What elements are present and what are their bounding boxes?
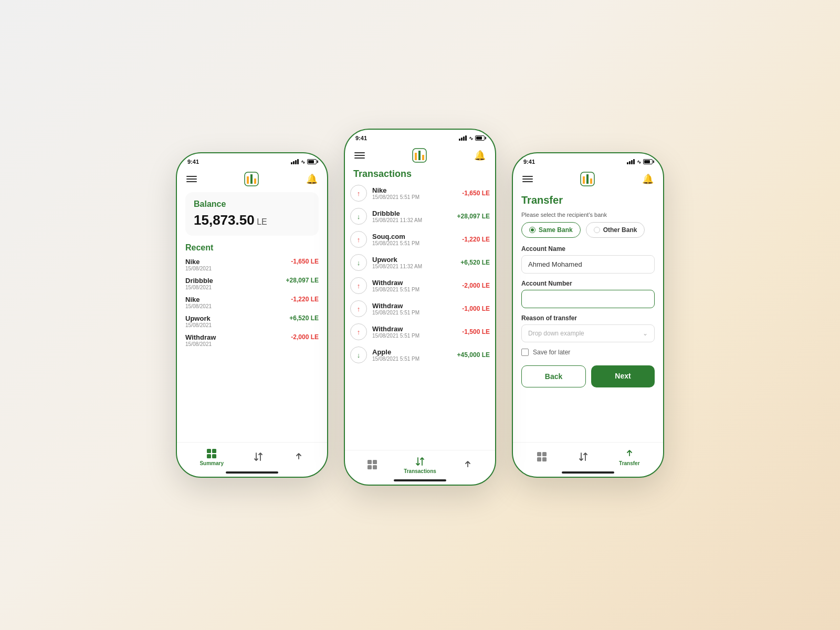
svg-rect-19 [590, 178, 592, 184]
phone-transactions: 9:41 ∿ [344, 129, 496, 486]
svg-rect-12 [368, 460, 372, 464]
trans-name: Nike [185, 258, 212, 266]
bell-icon-1[interactable]: 🔔 [306, 173, 318, 185]
battery-icon-2 [475, 135, 485, 141]
svg-rect-22 [537, 457, 541, 461]
transfer-icon [253, 451, 264, 463]
svg-rect-17 [583, 176, 585, 184]
svg-rect-13 [373, 460, 377, 464]
nav-summary[interactable]: Summary [200, 448, 224, 466]
dropdown-placeholder: Drop down example [528, 330, 584, 337]
back-button[interactable]: Back [521, 365, 586, 387]
incoming-icon-2: ↓ [350, 254, 367, 271]
trans-item-4: ↓ Upwork 15/08/2021 11:32 AM +6,520 LE [350, 254, 490, 271]
upload-icon-active [624, 448, 635, 459]
transactions-body: ↑ Nike 15/08/2021 5:51 PM -1,650 LE ↓ Dr… [345, 185, 495, 450]
home-indicator-3 [562, 471, 614, 474]
outgoing-icon-1: ↑ [350, 185, 367, 202]
trans-item-7: ↑ Withdraw 15/08/2021 5:51 PM -1,500 LE [350, 323, 490, 340]
nav-transactions-3[interactable] [578, 451, 589, 464]
hamburger-icon[interactable] [186, 176, 197, 182]
transaction-item-4: Upwork15/08/2021 +6,520 LE [185, 314, 319, 328]
account-number-label: Account Number [521, 280, 655, 287]
svg-rect-3 [254, 178, 256, 184]
nav-transactions-1[interactable] [253, 451, 264, 464]
recent-label: Recent [185, 243, 319, 253]
svg-rect-6 [207, 454, 211, 458]
incoming-icon-1: ↓ [350, 208, 367, 225]
outgoing-icon-5: ↑ [350, 323, 367, 340]
signal-icon-2 [459, 135, 467, 141]
recent-transactions: Nike15/08/2021 -1,650 LE Dribbble15/08/2… [185, 258, 319, 347]
save-row: Save for later [521, 349, 655, 356]
balance-amount-row: 15,873.50 LE [194, 212, 310, 228]
hamburger-icon-2[interactable] [354, 152, 365, 159]
svg-rect-5 [212, 449, 216, 453]
bell-icon-3[interactable]: 🔔 [642, 173, 654, 185]
trans-item-2: ↓ Dribbble 15/08/2021 11:32 AM +28,097 L… [350, 208, 490, 225]
svg-rect-1 [247, 176, 249, 184]
nav-transfer-2[interactable] [462, 459, 474, 471]
grid-icon-3 [536, 451, 548, 463]
upload-icon-2 [462, 459, 474, 470]
nav-summary-3[interactable] [536, 451, 548, 464]
nav-bar-1: 🔔 [177, 167, 327, 192]
trans-item-3: ↑ Souq.com 15/08/2021 5:51 PM -1,220 LE [350, 231, 490, 248]
nav-transfer-1[interactable] [293, 451, 304, 464]
nav-summary-2[interactable] [366, 459, 378, 471]
radio-inactive [594, 227, 600, 233]
balance-label: Balance [194, 200, 310, 209]
transaction-item-5: Withdraw15/08/2021 -2,000 LE [185, 333, 319, 347]
transaction-item-1: Nike15/08/2021 -1,650 LE [185, 258, 319, 271]
next-button[interactable]: Next [591, 365, 655, 387]
account-number-input[interactable] [521, 290, 655, 308]
save-label: Save for later [533, 349, 570, 356]
action-buttons: Back Next [521, 365, 655, 387]
status-bar-2: 9:41 ∿ [345, 130, 495, 143]
bottom-nav-1: Summary [177, 442, 327, 469]
grid-icon-2 [366, 459, 378, 470]
phones-container: 9:41 ∿ [176, 144, 664, 486]
summary-label: Summary [200, 460, 224, 466]
outgoing-icon-4: ↑ [350, 300, 367, 317]
same-bank-label: Same Bank [539, 226, 573, 234]
battery-icon [307, 159, 317, 164]
transactions-nav-label: Transactions [404, 468, 436, 474]
signal-icon [291, 159, 299, 164]
trans-item-5: ↑ Withdraw 15/08/2021 5:51 PM -2,000 LE [350, 277, 490, 294]
transfer-nav-label: Transfer [619, 460, 639, 466]
svg-rect-7 [212, 454, 216, 458]
hamburger-icon-3[interactable] [522, 176, 533, 182]
bottom-nav-2: Transactions [345, 450, 495, 477]
save-checkbox[interactable] [521, 349, 529, 356]
balance-currency: LE [257, 217, 267, 226]
reason-dropdown[interactable]: Drop down example ⌄ [521, 324, 655, 342]
other-bank-label: Other Bank [603, 226, 637, 234]
grid-icon-active [206, 448, 217, 459]
bell-icon-2[interactable]: 🔔 [474, 150, 486, 161]
same-bank-option[interactable]: Same Bank [521, 222, 581, 238]
svg-rect-21 [542, 452, 547, 456]
incoming-icon-3: ↓ [350, 346, 367, 363]
phone-transfer: 9:41 ∿ [512, 152, 664, 478]
account-name-input[interactable] [521, 255, 655, 274]
chevron-down-icon: ⌄ [643, 330, 648, 337]
svg-rect-20 [537, 452, 541, 456]
nav-transactions-active[interactable]: Transactions [404, 456, 436, 474]
time-1: 9:41 [187, 159, 199, 165]
time-3: 9:41 [523, 159, 535, 165]
transfer-body: Please select the recipient's bank Same … [513, 212, 663, 442]
balance-card: Balance 15,873.50 LE [185, 192, 319, 236]
trans-item-6: ↑ Withdraw 15/08/2021 5:51 PM -1,000 LE [350, 300, 490, 317]
svg-rect-18 [586, 174, 589, 184]
transfer-icon-3 [578, 451, 589, 463]
status-icons-3: ∿ [627, 159, 653, 165]
transaction-item-3: Nike15/08/2021 -1,220 LE [185, 296, 319, 309]
svg-rect-9 [415, 153, 417, 160]
other-bank-option[interactable]: Other Bank [586, 222, 645, 238]
nav-transfer-active[interactable]: Transfer [619, 448, 639, 466]
transfer-header: Transfer [513, 192, 663, 212]
svg-rect-23 [542, 457, 547, 461]
trans-item-8: ↓ Apple 15/08/2021 5:51 PM +45,000 LE [350, 346, 490, 363]
wifi-icon: ∿ [301, 159, 305, 165]
